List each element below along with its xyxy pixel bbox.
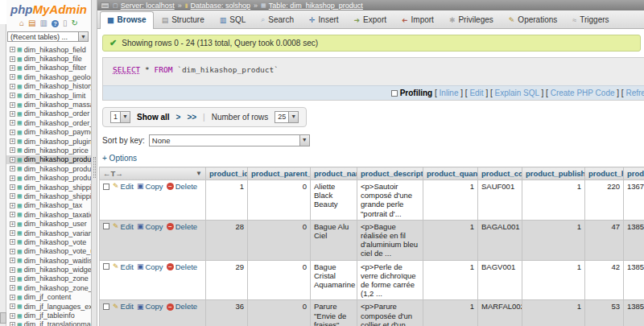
expand-icon[interactable]: +	[10, 47, 15, 52]
sidebar-item-table[interactable]: +▦dim_hikashop_history	[6, 82, 91, 91]
expand-icon[interactable]: +	[10, 249, 15, 254]
sidebar-scrollbar-thumb[interactable]	[0, 312, 6, 324]
sidebar-item-table[interactable]: +▦dim_jf_languages_ext	[6, 302, 91, 311]
breadcrumb-item[interactable]: ▮Database: solshop	[185, 2, 250, 10]
sidebar-item-table[interactable]: +▦dim_hikashop_massa	[6, 100, 91, 109]
column-header-product_description[interactable]: product_description	[357, 167, 423, 180]
copy-button[interactable]: ▣Copy	[137, 262, 163, 271]
expand-icon[interactable]: +	[10, 130, 15, 135]
query-window-icon[interactable]: ▥	[40, 19, 47, 27]
tab-search[interactable]: ⌕Search	[254, 11, 301, 28]
expand-icon[interactable]: +	[10, 322, 15, 326]
column-header-product_name[interactable]: product_name	[311, 167, 357, 180]
expand-icon[interactable]: +	[10, 175, 15, 181]
sidebar-item-table[interactable]: +▦dim_hikashop_filter	[6, 64, 91, 72]
logout-icon[interactable]: ▤	[28, 19, 35, 27]
sidebar-item-table[interactable]: +▦dim_hikashop_widget	[6, 265, 91, 274]
expand-icon[interactable]: +	[10, 285, 15, 291]
chevron-down-icon[interactable]: ▼	[288, 112, 298, 122]
copy-button[interactable]: ▣Copy	[137, 302, 163, 311]
sidebar-item-table[interactable]: +▦dim_hikashop_product	[6, 164, 91, 173]
show-all-button[interactable]: Show all	[137, 113, 170, 122]
expand-icon[interactable]: +	[10, 212, 15, 217]
sidebar-item-table[interactable]: +▦dim_hikashop_user	[6, 219, 91, 228]
column-header-product_created[interactable]: product_created	[624, 167, 644, 180]
sidebar-item-table[interactable]: +▦dim_hikashop_geoloca	[6, 72, 91, 81]
tab-privileges[interactable]: ✱Privileges	[442, 11, 501, 28]
expand-icon[interactable]: +	[10, 147, 15, 153]
expand-icon[interactable]: +	[10, 295, 15, 300]
home-icon[interactable]: ⌂	[19, 19, 24, 27]
column-header-product_published[interactable]: product_published	[522, 167, 585, 180]
expand-icon[interactable]: +	[10, 138, 15, 144]
breadcrumb-link[interactable]: Table: dim_hikashop_product	[269, 2, 363, 10]
sidebar-item-table[interactable]: +▦dim_hikashop_order_p	[6, 118, 91, 127]
breadcrumb-item[interactable]: ▢Server: localhost	[113, 2, 175, 10]
recent-tables-select[interactable]: (Recent tables) ... ▼	[7, 31, 89, 42]
query-action-link[interactable]: Inline	[440, 89, 459, 97]
tab-insert[interactable]: ✛Insert	[302, 11, 346, 28]
query-action-link[interactable]: Explain SQL	[495, 89, 539, 97]
sidebar-item-table[interactable]: +▦dim_hikashop_tax	[6, 201, 91, 210]
breadcrumb-item[interactable]: ▦Table: dim_hikashop_product	[261, 2, 363, 10]
expand-icon[interactable]: +	[10, 267, 15, 273]
column-header-product_hit[interactable]: product_hit	[585, 167, 624, 180]
expand-icon[interactable]: +	[10, 303, 15, 309]
sidebar-item-table[interactable]: +▦dim_hikashop_zone_li	[6, 283, 91, 292]
sidebar-item-table[interactable]: +▦dim_jf_tableinfo	[6, 311, 91, 320]
actions-caret-icon[interactable]: ▼	[196, 170, 202, 177]
frame-divider[interactable]	[91, 0, 97, 326]
copy-button[interactable]: ▣Copy	[137, 222, 163, 231]
expand-icon[interactable]: +	[10, 74, 15, 80]
expand-icon[interactable]: +	[10, 93, 15, 98]
sidebar-item-table[interactable]: +▦dim_hikashop_variant	[6, 229, 91, 237]
copy-button[interactable]: ▣Copy	[137, 182, 163, 191]
sidebar-item-table[interactable]: +▦dim_hikashop_shippin	[6, 192, 91, 200]
sidebar-item-table[interactable]: +▦dim_hikashop_limit	[6, 91, 91, 100]
expand-icon[interactable]: +	[10, 184, 15, 190]
expand-icon[interactable]: +	[10, 230, 15, 236]
edit-button[interactable]: ✎Edit	[113, 182, 134, 191]
tab-import[interactable]: ➜Import	[394, 11, 441, 28]
expand-icon[interactable]: +	[10, 258, 15, 263]
expand-icon[interactable]: +	[10, 276, 15, 282]
sidebar-item-table[interactable]: +▦dim_hikashop_vote_us	[6, 247, 91, 256]
row-checkbox[interactable]	[103, 184, 109, 190]
row-checkbox[interactable]	[103, 223, 109, 229]
expand-icon[interactable]: +	[10, 313, 15, 319]
sidebar-item-table[interactable]: +▦dim_hikashop_price	[6, 146, 91, 155]
delete-button[interactable]: –Delete	[167, 182, 197, 191]
edit-button[interactable]: ✎Edit	[113, 262, 134, 271]
sidebar-item-table[interactable]: +▦dim_hikashop_paymer	[6, 128, 91, 137]
delete-button[interactable]: –Delete	[167, 262, 197, 271]
sidebar-item-table[interactable]: +▦dim_hikashop_order	[6, 109, 91, 118]
delete-button[interactable]: –Delete	[167, 222, 197, 231]
delete-button[interactable]: –Delete	[167, 302, 197, 311]
last-page-link[interactable]: >>	[187, 113, 196, 122]
sidebar-item-table[interactable]: +▦dim_hikashop_vote	[6, 237, 91, 246]
docs-icon[interactable]: ▯	[63, 19, 68, 27]
row-checkbox[interactable]	[103, 303, 109, 310]
sort-key-select[interactable]: None ▼	[149, 134, 310, 146]
sidebar-item-table[interactable]: +▦dim_hikashop_waitlist	[6, 256, 91, 265]
expand-icon[interactable]: +	[10, 157, 15, 163]
sidebar-item-table[interactable]: +▦dim_hikashop_shippin	[6, 183, 91, 192]
help-icon[interactable]: ?	[52, 20, 59, 27]
query-action-link[interactable]: Create PHP Code	[551, 89, 615, 97]
expand-icon[interactable]: +	[10, 203, 15, 208]
expand-icon[interactable]: +	[10, 65, 15, 71]
sidebar-item-table[interactable]: +▦dim_hikashop_taxatio	[6, 210, 91, 219]
row-checkbox[interactable]	[103, 263, 109, 270]
expand-icon[interactable]: +	[10, 221, 15, 227]
sidebar-item-table[interactable]: +▦dim_jf_content	[6, 293, 91, 302]
query-action-link[interactable]: Edit	[469, 89, 483, 97]
column-header-product_code[interactable]: product_code	[478, 167, 522, 180]
chevron-down-icon[interactable]: ▼	[299, 135, 309, 146]
breadcrumb-link[interactable]: Database: solshop	[191, 2, 251, 10]
collapse-breadcrumb-icon[interactable]: —	[101, 2, 109, 9]
sidebar-item-table[interactable]: +▦dim_hikashop_product	[6, 173, 91, 182]
tab-sql[interactable]: ▥SQL	[213, 11, 254, 28]
sql-keyword-select[interactable]: SELECT	[113, 65, 140, 74]
tab-operations[interactable]: ✎Operations	[502, 11, 564, 28]
next-page-link[interactable]: >	[176, 113, 181, 122]
